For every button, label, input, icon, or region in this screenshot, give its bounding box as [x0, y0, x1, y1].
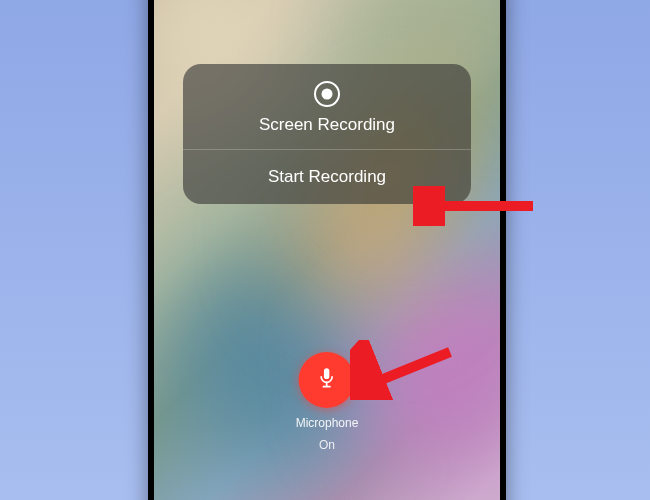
- microphone-button[interactable]: [299, 352, 355, 408]
- microphone-status: On: [319, 438, 335, 452]
- phone-frame: Screen Recording Start Recording Microph…: [148, 0, 506, 500]
- microphone-section: Microphone On: [296, 352, 359, 452]
- record-icon: [312, 79, 342, 109]
- microphone-label: Microphone: [296, 416, 359, 430]
- svg-rect-2: [324, 368, 329, 379]
- panel-header: Screen Recording: [183, 64, 471, 149]
- svg-point-1: [322, 88, 333, 99]
- start-recording-button[interactable]: Start Recording: [183, 150, 471, 204]
- panel-title: Screen Recording: [259, 115, 395, 135]
- screen-recording-panel: Screen Recording Start Recording: [183, 64, 471, 204]
- microphone-icon: [314, 365, 340, 395]
- phone-screen: Screen Recording Start Recording Microph…: [154, 0, 500, 500]
